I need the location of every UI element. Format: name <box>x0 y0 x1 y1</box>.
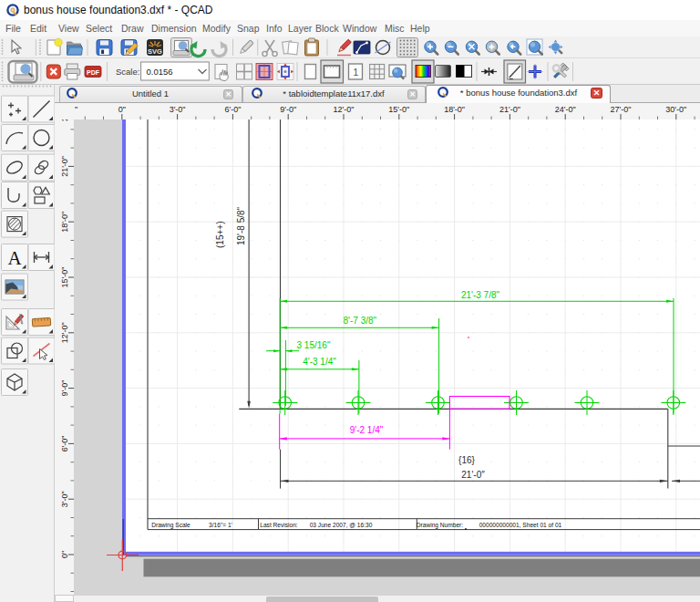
svg-text:SVG: SVG <box>148 47 162 56</box>
svg-text:Drawing Scale: Drawing Scale <box>151 522 190 529</box>
svg-text:3 15/16": 3 15/16" <box>297 340 331 350</box>
svg-text:Scale:: Scale: <box>116 67 139 77</box>
svg-text:19'-8 5/8": 19'-8 5/8" <box>236 206 246 245</box>
svg-text:": " <box>75 105 77 114</box>
svg-text:PDF: PDF <box>87 69 100 76</box>
svg-text:Last Revision:: Last Revision: <box>260 522 298 528</box>
svg-text:15'-0": 15'-0" <box>60 267 69 288</box>
svg-text:24'-0": 24'-0" <box>60 119 69 121</box>
svg-text:0.0156: 0.0156 <box>147 67 173 77</box>
svg-text:8'-7 3/8": 8'-7 3/8" <box>344 316 377 326</box>
svg-text:9'-0": 9'-0" <box>60 380 69 397</box>
svg-text:18'-0": 18'-0" <box>444 105 465 114</box>
svg-text:9'-0": 9'-0" <box>280 105 296 114</box>
svg-text:3'-0": 3'-0" <box>60 491 69 507</box>
svg-text:18'-0": 18'-0" <box>60 212 69 233</box>
svg-text:(15++): (15++) <box>215 222 225 248</box>
svg-text:4'-3 1/4": 4'-3 1/4" <box>303 357 336 367</box>
svg-text:0": 0" <box>118 105 126 114</box>
svg-text:000000000001, Sheet 01 of 01: 000000000001, Sheet 01 of 01 <box>479 522 562 528</box>
svg-text:30'-0": 30'-0" <box>665 105 686 114</box>
svg-text:1: 1 <box>353 67 358 78</box>
svg-text:3/16"= 1': 3/16"= 1' <box>209 522 232 528</box>
svg-text:{16}: {16} <box>458 455 475 465</box>
svg-text:0": 0" <box>60 551 69 558</box>
svg-text:21'-0″: 21'-0″ <box>461 470 485 480</box>
svg-text:15'-0": 15'-0" <box>388 105 409 114</box>
svg-text:6'-0": 6'-0" <box>224 105 241 114</box>
svg-text:A: A <box>7 247 22 269</box>
svg-text:12'-0": 12'-0" <box>334 105 355 114</box>
svg-text:Drawing Number:: Drawing Number: <box>417 522 463 529</box>
svg-text:3'-0": 3'-0" <box>170 105 186 114</box>
svg-text:9'-2 1/4": 9'-2 1/4" <box>350 425 384 435</box>
svg-text:6'-0": 6'-0" <box>60 435 69 452</box>
svg-text:03 June 2007, @ 16:30: 03 June 2007, @ 16:30 <box>310 522 373 528</box>
svg-text:21'-0": 21'-0" <box>60 156 69 177</box>
svg-text:27'-0": 27'-0" <box>611 105 632 114</box>
svg-text:21'-3 7/8": 21'-3 7/8" <box>461 290 500 300</box>
svg-text:24'-0": 24'-0" <box>555 105 576 114</box>
svg-text:12'-0": 12'-0" <box>60 322 69 343</box>
svg-text:21'-0": 21'-0" <box>499 105 520 114</box>
